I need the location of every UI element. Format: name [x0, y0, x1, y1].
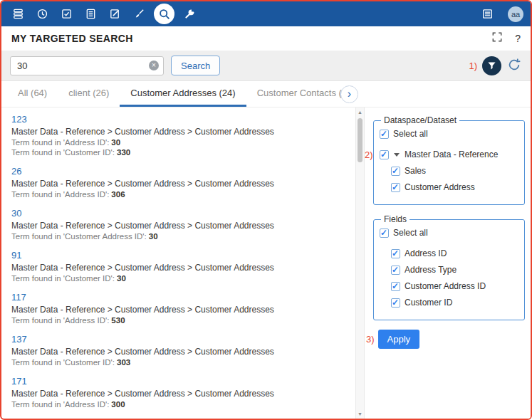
- filters-panel: Dataspace/Dataset Select all 2) Master D…: [365, 107, 531, 419]
- avatar[interactable]: aa: [508, 6, 523, 22]
- field-checkbox[interactable]: [391, 282, 400, 291]
- result-path: Master Data - Reference > Customer Addre…: [11, 346, 348, 357]
- dataspace-root-checkbox[interactable]: [380, 150, 389, 159]
- term-label: Term found in 'Customer ID':: [11, 274, 115, 283]
- apply-button[interactable]: Apply: [378, 330, 420, 349]
- field-row: Customer Address ID: [391, 281, 518, 291]
- dataset-row: Sales: [391, 166, 518, 176]
- edit-record-icon[interactable]: [105, 5, 124, 23]
- tab-customer-addresses[interactable]: Customer Addresses (24): [120, 81, 246, 107]
- topbar-right-group: aa: [475, 5, 523, 23]
- field-label: Address ID: [405, 248, 447, 258]
- term-value: 306: [111, 190, 125, 199]
- apply-row: 3) Apply: [373, 330, 525, 349]
- fields-select-all-label: Select all: [393, 228, 428, 238]
- page-title: MY TARGETED SEARCH: [11, 33, 133, 44]
- tab-client[interactable]: client (26): [58, 81, 120, 107]
- result-item: 123 Master Data - Reference > Customer A…: [11, 112, 348, 157]
- scroll-down-arrow[interactable]: [358, 411, 363, 417]
- wrench-icon[interactable]: [180, 5, 199, 23]
- dataspace-dataset-legend: Dataspace/Dataset: [381, 115, 459, 125]
- term-label: Term found in 'Address ID':: [11, 190, 109, 199]
- help-button[interactable]: ?: [515, 33, 521, 44]
- dataspace-children: Sales Customer Address: [391, 166, 518, 192]
- results-scrollbar[interactable]: [355, 107, 365, 419]
- result-title-link[interactable]: 91: [11, 249, 21, 262]
- result-title-link[interactable]: 123: [11, 113, 27, 126]
- fields-legend: Fields: [381, 214, 410, 224]
- dataspace-select-all-checkbox[interactable]: [380, 130, 389, 139]
- term-value: 303: [117, 358, 130, 367]
- result-term: Term found in 'Customer ID':30: [11, 273, 348, 283]
- dataspace-dataset-fieldset: Dataspace/Dataset Select all 2) Master D…: [373, 115, 525, 205]
- top-navigation-bar: aa: [1, 1, 531, 26]
- search-input[interactable]: [10, 56, 164, 75]
- field-row: Address ID: [391, 248, 518, 258]
- results-list: 123 Master Data - Reference > Customer A…: [1, 107, 355, 419]
- result-path: Master Data - Reference > Customer Addre…: [11, 220, 348, 231]
- term-label: Term found in 'Address ID':: [11, 400, 109, 409]
- result-term: Term found in 'Customer Address ID':30: [11, 231, 348, 241]
- results-tab-bar: All (64) client (26) Customer Addresses …: [1, 81, 531, 107]
- result-title-link[interactable]: 30: [11, 207, 21, 220]
- fullscreen-icon[interactable]: [492, 32, 502, 45]
- annotation-2: 2): [365, 149, 373, 160]
- dataset-label: Customer Address: [405, 182, 475, 192]
- result-title-link[interactable]: 117: [11, 291, 26, 304]
- field-label: Address Type: [405, 265, 457, 275]
- result-item: 137 Master Data - Reference > Customer A…: [11, 332, 348, 367]
- brush-icon[interactable]: [130, 5, 148, 23]
- field-label: Customer Address ID: [405, 281, 486, 291]
- funnel-icon: [487, 61, 496, 70]
- result-item: 26 Master Data - Reference > Customer Ad…: [11, 164, 348, 199]
- fields-list: Address ID Address Type Customer Address…: [391, 248, 518, 308]
- more-tabs-button[interactable]: [340, 85, 358, 103]
- result-path: Master Data - Reference > Customer Addre…: [11, 304, 348, 315]
- dataset-label: Sales: [405, 166, 426, 176]
- dataset-row: Customer Address: [391, 182, 518, 192]
- result-path: Master Data - Reference > Customer Addre…: [11, 388, 348, 399]
- result-title-link[interactable]: 26: [11, 165, 21, 178]
- field-checkbox[interactable]: [391, 249, 400, 258]
- title-bar: MY TARGETED SEARCH ?: [1, 26, 531, 51]
- term-label: Term found in 'Customer ID':: [11, 358, 115, 367]
- result-path: Master Data - Reference > Customer Addre…: [11, 126, 348, 137]
- search-button[interactable]: Search: [171, 56, 220, 75]
- term-label: Term found in 'Customer Address ID':: [11, 232, 147, 241]
- fields-select-all-checkbox[interactable]: [380, 229, 389, 238]
- term-value: 30: [111, 138, 120, 147]
- reset-filters-icon[interactable]: [506, 58, 522, 73]
- field-row: Address Type: [391, 265, 518, 275]
- field-row: Customer ID: [391, 298, 518, 308]
- dataset-checkbox[interactable]: [391, 167, 400, 176]
- clear-search-icon[interactable]: [149, 61, 159, 70]
- term-value: 300: [111, 400, 125, 409]
- filter-button[interactable]: [482, 56, 501, 75]
- term-value: 30: [117, 274, 126, 283]
- history-icon[interactable]: [33, 5, 51, 23]
- dataset-checkbox[interactable]: [391, 183, 400, 192]
- validation-icon[interactable]: [57, 5, 75, 23]
- scrollbar-thumb[interactable]: [358, 118, 363, 162]
- annotation-3: 3): [366, 334, 375, 345]
- result-title-link[interactable]: 171: [11, 375, 27, 388]
- result-title-link[interactable]: 137: [11, 333, 27, 346]
- dataspace-tree-root-row: 2) Master Data - Reference: [380, 149, 518, 159]
- scroll-up-arrow[interactable]: [358, 109, 363, 115]
- term-label: Term found in 'Customer ID':: [11, 148, 115, 157]
- field-checkbox[interactable]: [391, 298, 400, 308]
- term-label: Term found in 'Address ID':: [11, 316, 109, 325]
- tree-collapse-icon[interactable]: [394, 153, 400, 157]
- tab-all[interactable]: All (64): [7, 81, 58, 107]
- result-term: Term found in 'Address ID':306: [11, 189, 348, 199]
- result-term: Term found in 'Address ID':30: [11, 137, 348, 147]
- search-nav-icon[interactable]: [154, 4, 174, 24]
- result-item: 117 Master Data - Reference > Customer A…: [11, 290, 348, 325]
- records-icon[interactable]: [81, 5, 100, 23]
- field-checkbox[interactable]: [391, 266, 400, 275]
- result-term: Term found in 'Customer ID':303: [11, 357, 348, 367]
- term-label: Term found in 'Address ID':: [11, 138, 109, 147]
- report-icon[interactable]: [478, 5, 496, 23]
- field-label: Customer ID: [405, 298, 452, 308]
- datasets-icon[interactable]: [9, 5, 27, 23]
